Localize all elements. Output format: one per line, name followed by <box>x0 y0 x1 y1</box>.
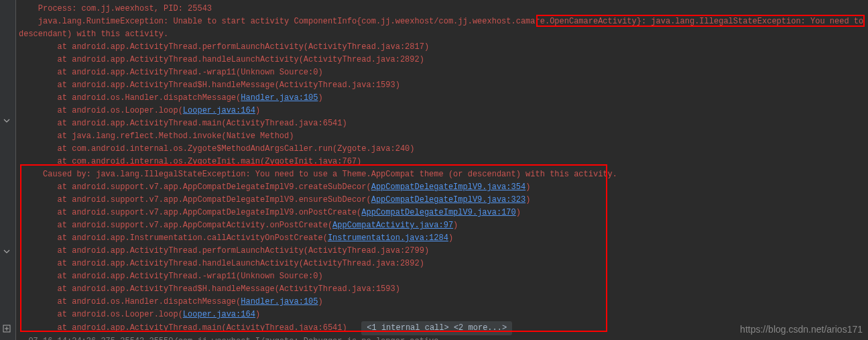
exception-line: java.lang.RuntimeException: Unable to st… <box>16 15 868 28</box>
stack-line: at android.support.v7.app.AppCompatDeleg… <box>16 207 868 219</box>
console-output: Process: com.jj.weexhost, PID: 25543 jav… <box>16 0 868 340</box>
stack-suffix: ) <box>318 93 322 103</box>
stack-prefix: at android.support.v7.app.AppCompatDeleg… <box>19 208 361 217</box>
process-line: Process: com.jj.weexhost, PID: 25543 <box>16 3 868 15</box>
stack-line: at com.android.internal.os.ZygoteInit.ma… <box>16 156 868 168</box>
stack-suffix: ) <box>318 297 322 306</box>
stack-suffix: ) <box>453 221 458 230</box>
stack-line: at android.app.Instrumentation.callActiv… <box>16 232 868 245</box>
watermark: https://blog.csdn.net/arios171 <box>740 324 863 335</box>
source-link[interactable]: Handler.java:105 <box>241 297 318 306</box>
stack-prefix: at android.support.v7.app.AppCompatActiv… <box>19 221 332 230</box>
stack-line: at com.android.internal.os.Zygote$Method… <box>16 143 868 156</box>
source-link[interactable]: AppCompatDelegateImplV9.java:170 <box>361 208 515 217</box>
stack-prefix: at android.os.Looper.loop( <box>19 106 183 115</box>
stack-suffix: ) <box>525 195 530 205</box>
source-link[interactable]: Instrumentation.java:1284 <box>328 233 448 243</box>
stack-prefix: at android.os.Handler.dispatchMessage( <box>19 297 241 306</box>
stack-line: at android.app.ActivityThread.performLau… <box>16 41 868 54</box>
stack-line: at android.app.ActivityThread.-wrap11(Un… <box>16 270 868 283</box>
stack-line: at android.app.ActivityThread.main(Activ… <box>16 117 868 130</box>
stack-line: at android.app.ActivityThread$H.handleMe… <box>16 283 868 296</box>
stack-line: at android.os.Handler.dispatchMessage(Ha… <box>16 92 868 105</box>
stack-prefix: at android.support.v7.app.AppCompatDeleg… <box>19 195 371 205</box>
stack-prefix: at android.support.v7.app.AppCompatDeleg… <box>19 182 371 192</box>
stack-line: at android.support.v7.app.AppCompatDeleg… <box>16 194 868 207</box>
fold-icon[interactable] <box>3 247 11 258</box>
stack-suffix: ) <box>448 233 453 243</box>
source-link[interactable]: AppCompatDelegateImplV9.java:323 <box>371 195 525 205</box>
expand-icon[interactable] <box>3 323 11 334</box>
gutter <box>0 0 16 340</box>
stack-line: at android.app.ActivityThread$H.handleMe… <box>16 79 868 92</box>
source-link[interactable]: Looper.java:164 <box>183 310 255 319</box>
source-link[interactable]: Looper.java:164 <box>183 106 255 115</box>
stack-suffix: ) <box>525 182 530 192</box>
source-link[interactable]: Handler.java:105 <box>241 93 318 103</box>
exception-line2: descendant) with this activity. <box>16 28 868 41</box>
stack-line: at java.lang.reflect.Method.invoke(Nativ… <box>16 130 868 143</box>
more-frames-pill[interactable]: <1 internal call> <2 more...> <box>361 321 512 335</box>
debug-line: 07-16 14:24:36.375 25543-25550/com.jj.we… <box>16 335 868 340</box>
stack-suffix: ) <box>516 208 521 217</box>
stack-line: at android.app.ActivityThread.performLau… <box>16 245 868 258</box>
stack-line: at android.app.ActivityThread.-wrap11(Un… <box>16 66 868 79</box>
stack-line: at android.app.ActivityThread.handleLaun… <box>16 258 868 270</box>
stack-line: at android.os.Handler.dispatchMessage(Ha… <box>16 296 868 308</box>
stack-line: at android.app.ActivityThread.handleLaun… <box>16 54 868 66</box>
source-link[interactable]: AppCompatActivity.java:97 <box>332 221 453 230</box>
stack-line: at android.os.Looper.loop(Looper.java:16… <box>16 308 868 321</box>
stack-suffix: ) <box>255 106 260 115</box>
caused-by-line: Caused by: java.lang.IllegalStateExcepti… <box>16 168 868 181</box>
stack-prefix: at android.app.ActivityThread.main(Activ… <box>19 323 361 333</box>
stack-suffix: ) <box>255 310 260 319</box>
stack-line: at android.os.Looper.loop(Looper.java:16… <box>16 105 868 117</box>
stack-line: at android.support.v7.app.AppCompatDeleg… <box>16 181 868 194</box>
exception-highlight: java.lang.IllegalStateException: You nee… <box>651 17 868 26</box>
stack-prefix: at android.app.Instrumentation.callActiv… <box>19 233 328 243</box>
stack-prefix: at android.os.Looper.loop( <box>19 310 183 319</box>
fold-icon[interactable] <box>3 116 11 127</box>
source-link[interactable]: AppCompatDelegateImplV9.java:354 <box>371 182 525 192</box>
stack-prefix: at android.os.Handler.dispatchMessage( <box>19 93 241 103</box>
stack-line: at android.support.v7.app.AppCompatActiv… <box>16 219 868 232</box>
exception-text: java.lang.RuntimeException: Unable to st… <box>19 17 651 26</box>
